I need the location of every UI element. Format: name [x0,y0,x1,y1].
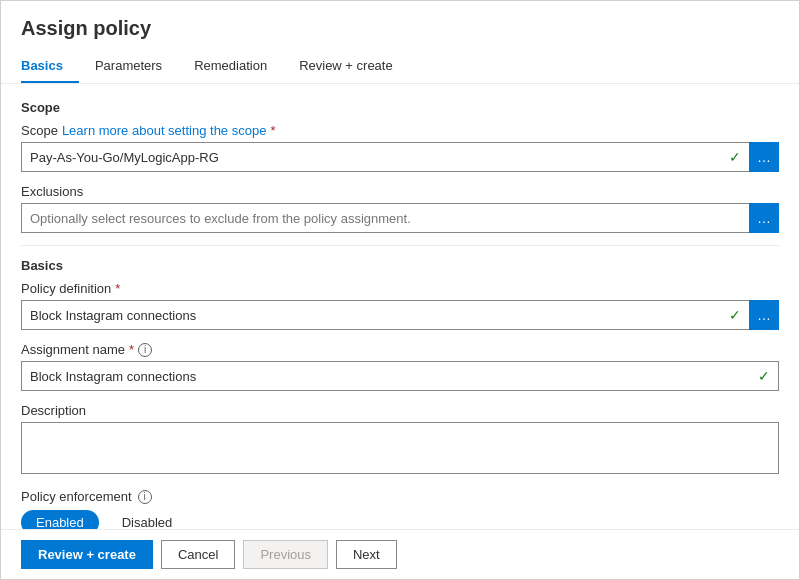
policy-enforcement-group: Policy enforcement i Enabled Disabled [21,489,779,529]
exclusions-field-group: Exclusions … [21,184,779,233]
policy-enforcement-label-row: Policy enforcement i [21,489,779,504]
policy-def-input[interactable] [22,301,721,329]
description-label: Description [21,403,779,418]
enforcement-enabled-btn[interactable]: Enabled [21,510,99,529]
enforcement-disabled-btn[interactable]: Disabled [107,510,188,529]
policy-def-required: * [115,281,120,296]
enforcement-toggle-group: Enabled Disabled [21,510,779,529]
tab-parameters[interactable]: Parameters [79,50,178,83]
exclusions-label: Exclusions [21,184,779,199]
policy-def-check-icon: ✓ [721,301,749,329]
scope-field-group: Scope Learn more about setting the scope… [21,123,779,172]
policy-def-input-row: ✓ … [21,300,779,330]
policy-enforcement-info-icon: i [138,490,152,504]
assignment-name-group: Assignment name * i ✓ [21,342,779,391]
next-button[interactable]: Next [336,540,397,569]
exclusions-input-row: … [21,203,779,233]
learn-more-link[interactable]: Learn more about setting the scope [62,123,267,138]
scope-section: Scope Scope Learn more about setting the… [21,100,779,233]
scope-section-title: Scope [21,100,779,115]
description-group: Description [21,403,779,477]
assignment-name-label-row: Assignment name * i [21,342,779,357]
review-create-button[interactable]: Review + create [21,540,153,569]
basics-section: Basics Policy definition * ✓ … [21,258,779,529]
policy-def-label: Policy definition [21,281,111,296]
tab-bar: Basics Parameters Remediation Review + c… [21,50,779,83]
assignment-name-info-icon: i [138,343,152,357]
scope-input[interactable] [22,143,721,171]
cancel-button[interactable]: Cancel [161,540,235,569]
exclusions-ellipsis-btn[interactable]: … [749,203,779,233]
tab-basics[interactable]: Basics [21,50,79,83]
exclusions-input[interactable] [21,203,749,233]
assignment-name-label: Assignment name [21,342,125,357]
scope-input-row: ✓ … [21,142,779,172]
policy-enforcement-label: Policy enforcement [21,489,132,504]
tab-review-create[interactable]: Review + create [283,50,409,83]
tab-remediation[interactable]: Remediation [178,50,283,83]
policy-def-group: Policy definition * ✓ … [21,281,779,330]
footer: Review + create Cancel Previous Next [1,529,799,579]
main-content: Scope Scope Learn more about setting the… [1,84,799,529]
policy-def-ellipsis-btn[interactable]: … [749,300,779,330]
scope-required: * [270,123,275,138]
scope-label: Scope [21,123,58,138]
description-input[interactable] [21,422,779,474]
basics-section-title: Basics [21,258,779,273]
assignment-name-check-icon: ✓ [750,362,778,390]
scope-ellipsis-btn[interactable]: … [749,142,779,172]
assignment-name-required: * [129,342,134,357]
scope-label-row: Scope Learn more about setting the scope… [21,123,779,138]
policy-def-label-row: Policy definition * [21,281,779,296]
section-divider-1 [21,245,779,246]
previous-button: Previous [243,540,328,569]
assignment-name-input[interactable] [22,362,750,390]
scope-check-icon: ✓ [721,143,749,171]
assignment-name-input-row: ✓ [21,361,779,391]
page-title: Assign policy [21,17,779,40]
